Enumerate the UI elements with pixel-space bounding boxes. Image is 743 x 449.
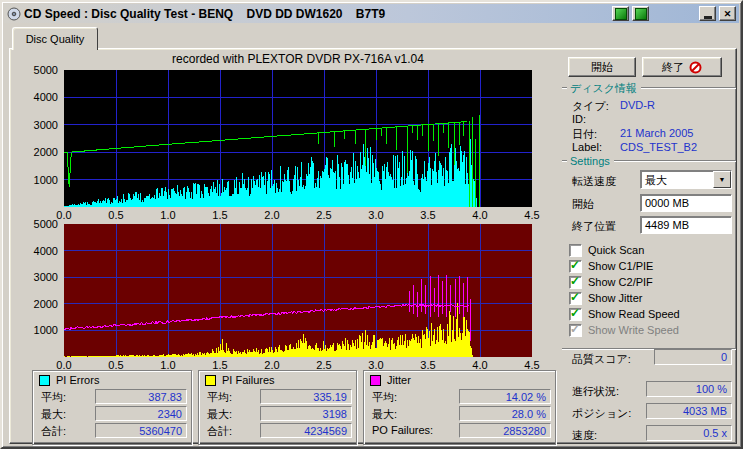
checkbox-label: Show C1/PIE <box>588 260 653 272</box>
y-axis-label: 4000 <box>28 245 58 257</box>
chevron-down-icon: ▼ <box>719 176 726 183</box>
end-position-label: 終了位置 <box>572 219 616 234</box>
transfer-speed-value: 最大 <box>641 171 713 188</box>
x-axis-label: 0.5 <box>104 209 128 221</box>
progress-value: 100 % <box>646 381 732 397</box>
disc-id-label: ID: <box>572 113 586 125</box>
position-label: ポジション: <box>572 406 631 421</box>
checkbox-show-write-speed: Show Write Speed <box>569 323 679 337</box>
stat-label: 最大: <box>372 407 397 422</box>
disc-type-label: タイプ: <box>572 99 609 114</box>
checkbox-show-read-speed[interactable]: Show Read Speed <box>569 307 680 321</box>
y-axis-label: 2000 <box>28 146 58 158</box>
stat-value: 5360470 <box>95 423 187 438</box>
settings-section-header: Settings <box>562 155 736 167</box>
exit-button[interactable]: 終了 <box>642 57 722 77</box>
x-axis-label: 2.5 <box>312 209 336 221</box>
speed-value: 0.5 x <box>646 425 732 441</box>
start-button[interactable]: 開始 <box>568 57 636 77</box>
checkbox-show-c1-pie[interactable]: Show C1/PIE <box>569 259 653 273</box>
pi-errors-header: PI Errors <box>39 374 99 386</box>
tab-disc-quality[interactable]: Disc Quality <box>12 27 98 50</box>
jitter-title: Jitter <box>387 374 411 386</box>
jitter-panel: Jitter 平均: 14.02 % 最大: 28.0 % PO Failure… <box>363 370 556 445</box>
pi-failures-jitter-chart <box>64 224 532 357</box>
divider <box>614 160 736 162</box>
checkbox-label: Quick Scan <box>588 244 644 256</box>
transfer-speed-label: 転送速度 <box>572 174 616 189</box>
stat-value: 2340 <box>95 406 187 421</box>
stat-label: 平均: <box>41 390 66 405</box>
position-value: 4033 MB <box>646 403 732 419</box>
y-axis-label: 1000 <box>28 174 58 186</box>
recorded-note: recorded with PLEXTOR DVDR PX-716A v1.04 <box>64 52 532 66</box>
x-axis-label: 3.5 <box>416 209 440 221</box>
x-axis-label: 2.0 <box>260 209 284 221</box>
checkbox-label: Show Jitter <box>588 292 642 304</box>
disc-date-label: 日付: <box>572 127 597 142</box>
speed-label: 速度: <box>572 428 597 443</box>
pi-failures-panel: PI Failures 平均: 335.19 最大: 3198 合計: 4234… <box>198 370 357 445</box>
stat-value: 28.0 % <box>459 406 551 421</box>
jitter-swatch <box>370 375 381 386</box>
checkbox-icon[interactable] <box>569 276 582 289</box>
checkbox-quick-scan[interactable]: Quick Scan <box>569 243 644 257</box>
quality-score-label: 品質スコア: <box>572 352 631 367</box>
checkbox-show-c2-pif[interactable]: Show C2/PIF <box>569 275 653 289</box>
checkbox-label: Show C2/PIF <box>588 276 653 288</box>
checkbox-show-jitter[interactable]: Show Jitter <box>569 291 642 305</box>
y-axis-label: 2000 <box>28 298 58 310</box>
stat-value: 14.02 % <box>459 389 551 404</box>
checkbox-icon[interactable] <box>569 308 582 321</box>
checkbox-label: Show Read Speed <box>588 308 680 320</box>
disc-date-value: 21 March 2005 <box>620 127 693 139</box>
disc-type-value: DVD-R <box>620 99 655 111</box>
y-axis-label: 5000 <box>28 64 58 76</box>
stat-label: 合計: <box>207 424 232 439</box>
checkbox-icon[interactable] <box>569 244 582 257</box>
x-axis-label: 1.0 <box>156 209 180 221</box>
pi-errors-read-speed-chart <box>64 70 532 207</box>
y-axis-label: 5000 <box>28 218 58 230</box>
exit-button-label: 終了 <box>662 60 684 75</box>
stat-label: PO Failures: <box>372 424 433 436</box>
end-position-input[interactable]: 4489 MB <box>640 216 732 234</box>
stat-value: 387.83 <box>95 389 187 404</box>
x-axis-label: 4.5 <box>520 209 544 221</box>
start-position-input[interactable]: 0000 MB <box>640 194 732 212</box>
stat-value: 4234569 <box>260 423 352 438</box>
stat-label: 平均: <box>207 390 232 405</box>
stop-icon <box>689 61 702 74</box>
y-axis-label: 4000 <box>28 91 58 103</box>
checkbox-icon[interactable] <box>569 260 582 273</box>
stat-label: 合計: <box>41 424 66 439</box>
checkbox-icon <box>569 324 582 337</box>
stat-label: 最大: <box>41 407 66 422</box>
pi-failures-header: PI Failures <box>205 374 275 386</box>
settings-header-label: Settings <box>567 155 614 167</box>
x-axis-label: 3.0 <box>364 209 388 221</box>
stat-label: 平均: <box>372 390 397 405</box>
disc-label-label: Label: <box>572 141 602 153</box>
start-position-label: 開始 <box>572 197 594 212</box>
jitter-header: Jitter <box>370 374 411 386</box>
disc-label-value: CDS_TEST_B2 <box>620 141 697 153</box>
stat-value: 2853280 <box>459 423 551 438</box>
pi-errors-swatch <box>39 375 50 386</box>
start-button-label: 開始 <box>591 60 613 75</box>
disc-info-header-label: ディスク情報 <box>567 81 641 96</box>
disc-info-section-header: ディスク情報 <box>562 82 736 94</box>
progress-label: 進行状況: <box>572 384 619 399</box>
transfer-speed-combobox[interactable]: 最大 ▼ <box>640 170 732 189</box>
pi-errors-title: PI Errors <box>56 374 99 386</box>
x-axis-label: 1.5 <box>208 209 232 221</box>
checkbox-icon[interactable] <box>569 292 582 305</box>
stat-label: 最大: <box>207 407 232 422</box>
pi-failures-swatch <box>205 375 216 386</box>
y-axis-label: 3000 <box>28 119 58 131</box>
x-axis-label: 4.0 <box>468 209 492 221</box>
stat-value: 335.19 <box>260 389 352 404</box>
pi-errors-panel: PI Errors 平均: 387.83 最大: 2340 合計: 536047… <box>32 370 192 445</box>
checkbox-label: Show Write Speed <box>588 324 679 336</box>
combo-dropdown-button[interactable]: ▼ <box>713 171 731 188</box>
